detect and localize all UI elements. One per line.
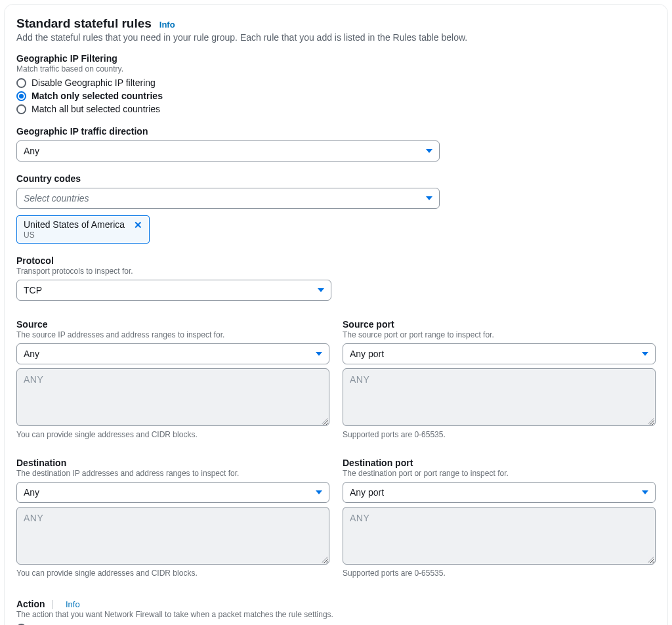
hint-source-port: Supported ports are 0-65535. (343, 430, 656, 439)
textarea-destination[interactable]: ANY (16, 507, 329, 565)
select-source-port[interactable]: Any port (343, 343, 656, 364)
label-geo-ip-filtering: Geographic IP Filtering (16, 53, 656, 64)
label-geo-traffic-direction: Geographic IP traffic direction (16, 126, 656, 137)
token-sublabel: US (24, 230, 142, 240)
chevron-down-icon (426, 149, 432, 153)
label-protocol: Protocol (16, 255, 656, 266)
panel-stateful-rules: Standard stateful rules Info Add the sta… (4, 4, 668, 625)
radio-icon (16, 91, 26, 101)
select-destination[interactable]: Any (16, 482, 329, 503)
textarea-destination-port[interactable]: ANY (343, 507, 656, 565)
resize-handle-icon[interactable] (646, 416, 654, 424)
label-destination-port: Destination port (343, 458, 656, 468)
select-value: Any (24, 349, 39, 359)
label-action: Action (16, 599, 45, 609)
chevron-down-icon (316, 352, 322, 356)
resize-handle-icon[interactable] (646, 555, 654, 563)
textarea-placeholder: ANY (350, 513, 369, 523)
radio-label: Match only selected countries (32, 91, 163, 101)
textarea-placeholder: ANY (24, 513, 43, 523)
info-link-action[interactable]: Info (66, 599, 80, 609)
hint-destination: You can provide single addresses and CID… (16, 569, 329, 578)
textarea-source[interactable]: ANY (16, 368, 329, 426)
select-source[interactable]: Any (16, 343, 329, 364)
radio-geo-match-all-but[interactable]: Match all but selected countries (16, 104, 656, 114)
label-country-codes: Country codes (16, 173, 656, 184)
help-geo-ip-filtering: Match traffic based on country. (16, 64, 656, 74)
select-placeholder: Select countries (24, 193, 89, 204)
select-destination-port[interactable]: Any port (343, 482, 656, 503)
select-geo-traffic-direction[interactable]: Any (16, 140, 440, 162)
help-action: The action that you want Network Firewal… (16, 610, 656, 619)
resize-handle-icon[interactable] (320, 555, 327, 563)
hint-source: You can provide single addresses and CID… (16, 430, 329, 439)
help-destination-port: The destination port or port range to in… (343, 469, 656, 478)
info-link-header[interactable]: Info (159, 20, 175, 30)
header-row: Standard stateful rules Info (16, 16, 656, 32)
hint-destination-port: Supported ports are 0-65535. (343, 569, 656, 578)
resize-handle-icon[interactable] (320, 416, 327, 424)
select-value: Any port (350, 349, 384, 359)
textarea-placeholder: ANY (350, 374, 369, 385)
help-destination: The destination IP addresses and address… (16, 469, 329, 478)
radio-icon (16, 104, 26, 114)
textarea-placeholder: ANY (24, 374, 43, 385)
chevron-down-icon (642, 490, 648, 494)
select-value: Any (24, 487, 39, 498)
radio-label: Match all but selected countries (32, 104, 160, 114)
radio-geo-match-only[interactable]: Match only selected countries (16, 91, 656, 101)
radio-group-geo-filter: Disable Geographic IP filtering Match on… (16, 77, 656, 114)
select-value: TCP (24, 285, 42, 295)
chevron-down-icon (318, 288, 324, 292)
page-title: Standard stateful rules (16, 16, 152, 31)
divider-vertical: | (51, 599, 54, 609)
chevron-down-icon (426, 196, 432, 200)
help-source: The source IP addresses and address rang… (16, 330, 329, 339)
chevron-down-icon (642, 352, 648, 356)
page-subtitle: Add the stateful rules that you need in … (16, 32, 656, 43)
help-protocol: Transport protocols to inspect for. (16, 267, 656, 276)
close-icon[interactable]: ✕ (134, 220, 142, 230)
select-value: Any (24, 146, 39, 156)
select-country-codes[interactable]: Select countries (16, 188, 440, 209)
radio-label: Disable Geographic IP filtering (32, 77, 156, 88)
select-protocol[interactable]: TCP (16, 280, 331, 301)
textarea-source-port[interactable]: ANY (343, 368, 656, 426)
label-destination: Destination (16, 458, 329, 468)
radio-icon (16, 78, 26, 88)
select-value: Any port (350, 487, 384, 498)
help-source-port: The source port or port range to inspect… (343, 330, 656, 339)
token-label: United States of America (24, 219, 125, 230)
radio-geo-disable[interactable]: Disable Geographic IP filtering (16, 77, 656, 88)
label-source-port: Source port (343, 319, 656, 330)
token-country-us: United States of America ✕ US (16, 215, 150, 244)
label-source: Source (16, 319, 329, 330)
chevron-down-icon (316, 490, 322, 494)
